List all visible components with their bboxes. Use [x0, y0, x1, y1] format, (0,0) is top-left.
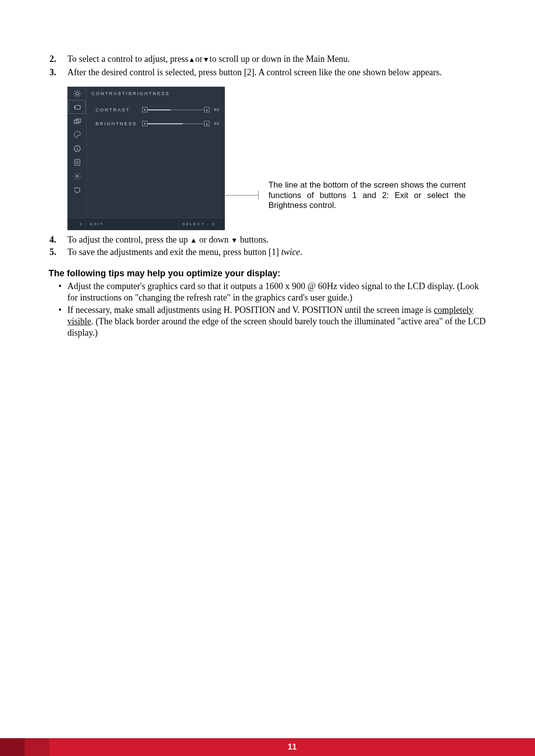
osd-header-icon [68, 87, 87, 100]
osd-sidebar [68, 100, 87, 214]
up-cap-icon: ▲ [204, 121, 210, 126]
brightness-icon [73, 89, 82, 98]
step-2: To select a control to adjust, press▲or▼… [67, 53, 486, 65]
step-4-a: To adjust the control, press the up [67, 235, 190, 245]
brightness-label: BRIGHTNESS [96, 121, 139, 126]
brightness-slider: ▼ ▲ 80 [142, 121, 219, 127]
footer-accent-2 [25, 738, 50, 756]
step-2-text-b: to scroll up or down in the Main Menu. [210, 54, 350, 64]
instruction-list-1: To select a control to adjust, press▲or▼… [49, 53, 486, 79]
osd-header: CONTRAST/BRIGHTNESS [68, 87, 224, 100]
step-4: To adjust the control, press the up ▲ or… [67, 234, 486, 246]
contrast-value: 60 [210, 107, 219, 112]
gear-icon [73, 172, 82, 181]
svg-line-5 [74, 91, 75, 92]
info-icon [73, 144, 82, 153]
sidebar-item-reset [68, 183, 86, 197]
sidebar-item-manual [68, 155, 86, 169]
step-2-text-mid: or [195, 54, 203, 64]
callout-connector [224, 195, 259, 196]
osd-footer: 1 : EXIT SELECT : 2 [68, 218, 224, 230]
footer-accent-1 [0, 738, 25, 756]
step-5: To save the adjustments and exit the men… [67, 247, 486, 258]
manual-adjust-icon [73, 158, 82, 167]
svg-point-14 [77, 147, 78, 148]
page-content: To select a control to adjust, press▲or▼… [0, 0, 535, 339]
instruction-list-2: To adjust the control, press the up ▲ or… [49, 234, 486, 258]
tip-2-a: If necessary, make small adjustments usi… [67, 305, 434, 315]
image-icon [73, 116, 82, 125]
svg-line-8 [79, 91, 80, 92]
svg-line-6 [79, 96, 80, 97]
down-triangle-icon: ▼ [203, 56, 210, 63]
callout-bracket [258, 191, 259, 200]
tips-heading: The following tips may help you optimize… [49, 268, 486, 279]
sidebar-item-color [68, 128, 86, 142]
step-4-b: or down [197, 235, 231, 245]
reset-icon [73, 186, 82, 195]
contrast-label: CONTRAST [96, 107, 139, 112]
contrast-row: CONTRAST ▼ ▲ 60 [96, 103, 219, 117]
sidebar-item-input [68, 100, 86, 114]
svg-rect-11 [74, 120, 79, 123]
page-footer: 11 [0, 738, 535, 756]
osd-panel: CONTRAST/BRIGHTNESS [67, 87, 225, 230]
down-triangle-icon: ▼ [231, 237, 238, 244]
tip-2-b: . (The black border around the edge of t… [67, 316, 485, 338]
osd-foot-right: SELECT : 2 [182, 222, 215, 226]
svg-line-7 [74, 96, 75, 97]
osd-content: CONTRAST ▼ ▲ 60 BRIGHTNESS ▼ [87, 100, 224, 214]
osd-body: CONTRAST ▼ ▲ 60 BRIGHTNESS ▼ [68, 100, 224, 214]
step-2-text-a: To select a control to adjust, press [67, 54, 188, 64]
up-triangle-icon: ▲ [188, 56, 195, 63]
up-cap-icon: ▲ [204, 107, 210, 112]
up-triangle-icon: ▲ [190, 237, 197, 244]
contrast-slider: ▼ ▲ 60 [142, 107, 219, 113]
osd-foot-left: 1 : EXIT [80, 222, 104, 226]
tip-1: Adjust the computer's graphics card so t… [67, 281, 486, 303]
color-icon [73, 130, 82, 139]
tip-2: If necessary, make small adjustments usi… [67, 304, 486, 339]
svg-rect-10 [76, 119, 80, 122]
step-4-c: buttons. [238, 235, 268, 245]
brightness-row: BRIGHTNESS ▼ ▲ 80 [96, 117, 219, 131]
down-cap-icon: ▼ [142, 121, 148, 126]
tips-list: Adjust the computer's graphics card so t… [49, 281, 486, 339]
sidebar-item-setup [68, 169, 86, 183]
sidebar-item-info [68, 142, 86, 155]
brightness-value: 80 [210, 121, 219, 126]
sidebar-item-image [68, 114, 86, 128]
input-icon [73, 102, 82, 111]
osd-title: CONTRAST/BRIGHTNESS [87, 87, 224, 100]
step-5-ital: twice [281, 247, 300, 257]
step-5-b: . [300, 247, 303, 257]
step-3: After the desired control is selected, p… [67, 67, 486, 78]
down-cap-icon: ▼ [142, 107, 148, 112]
step-3-text: After the desired control is selected, p… [67, 67, 442, 77]
svg-point-19 [76, 175, 78, 178]
callout-text: The line at the bottom of the screen sho… [268, 180, 466, 210]
step-5-a: To save the adjustments and exit the men… [67, 247, 281, 257]
osd-illustration-wrap: CONTRAST/BRIGHTNESS [67, 87, 486, 230]
page-number: 11 [50, 738, 535, 756]
svg-point-0 [76, 92, 79, 95]
svg-rect-9 [75, 105, 80, 109]
